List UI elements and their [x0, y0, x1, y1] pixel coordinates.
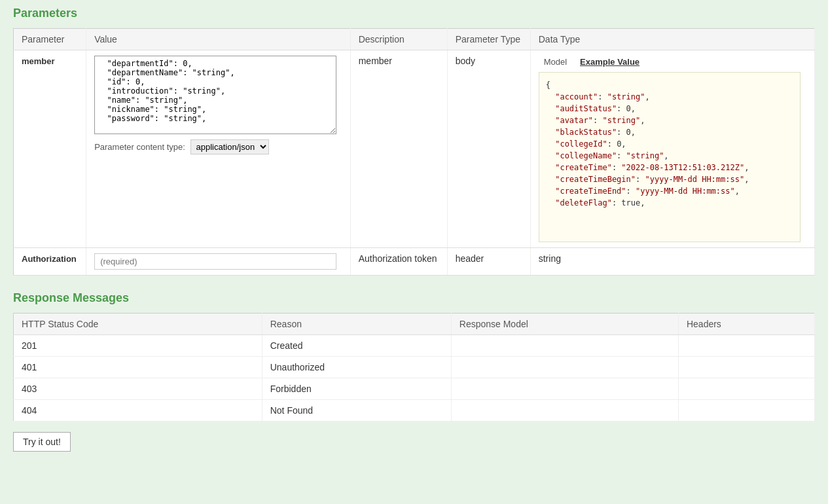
model-tabs: Model Example Value: [539, 56, 806, 68]
main-container: Parameters Parameter Value Description P…: [0, 0, 828, 504]
auth-description: Authorization token: [350, 248, 447, 276]
response-reason: Unauthorized: [262, 357, 451, 378]
col-header-param-type: Parameter Type: [447, 29, 530, 50]
member-description: member: [350, 50, 447, 248]
response-headers: [678, 400, 814, 422]
response-reason: Not Found: [262, 400, 451, 422]
auth-param-name: Authorization: [22, 254, 77, 264]
try-it-out-button[interactable]: Try it out!: [13, 432, 71, 452]
member-row: member Parameter content type: applicati…: [14, 50, 815, 248]
member-value-textarea[interactable]: [94, 56, 336, 134]
response-headers: [678, 357, 814, 378]
auth-row: Authorization Authorization token header…: [14, 248, 815, 276]
auth-data-type: string: [530, 248, 814, 276]
auth-param-type: header: [447, 248, 530, 276]
col-header-parameter: Parameter: [14, 29, 86, 50]
example-value-tab[interactable]: Example Value: [575, 56, 645, 68]
response-table: HTTP Status Code Reason Response Model H…: [13, 313, 815, 422]
member-param-type: body: [447, 50, 530, 248]
col-header-description: Description: [350, 29, 447, 50]
response-model: [451, 400, 678, 422]
response-col-model: Response Model: [451, 314, 678, 335]
response-code: 404: [14, 400, 262, 422]
content-type-select[interactable]: application/json: [190, 139, 269, 154]
member-param-name: member: [22, 56, 55, 66]
response-col-code: HTTP Status Code: [14, 314, 262, 335]
example-value-panel: { "account": "string", "auditStatus": 0,…: [539, 72, 801, 242]
response-table-row: 401 Unauthorized: [14, 357, 815, 378]
response-code: 403: [14, 378, 262, 400]
model-tab[interactable]: Model: [539, 56, 572, 68]
params-table: Parameter Value Description Parameter Ty…: [13, 28, 815, 276]
response-table-row: 403 Forbidden: [14, 378, 815, 400]
response-model: [451, 357, 678, 378]
response-section-title: Response Messages: [13, 291, 815, 305]
auth-input[interactable]: [94, 253, 336, 270]
example-json-content: { "account": "string", "auditStatus": 0,…: [546, 79, 793, 209]
col-header-data-type: Data Type: [530, 29, 814, 50]
response-code: 201: [14, 335, 262, 357]
response-col-headers: Headers: [678, 314, 814, 335]
response-table-row: 404 Not Found: [14, 400, 815, 422]
response-headers: [678, 378, 814, 400]
response-model: [451, 378, 678, 400]
response-reason: Created: [262, 335, 451, 357]
response-table-row: 201 Created: [14, 335, 815, 357]
member-example-cell: Model Example Value { "account": "string…: [530, 50, 814, 248]
response-model: [451, 335, 678, 357]
col-header-value: Value: [86, 29, 351, 50]
response-section: Response Messages HTTP Status Code Reaso…: [13, 291, 815, 422]
response-code: 401: [14, 357, 262, 378]
params-section-title: Parameters: [13, 7, 815, 20]
response-col-reason: Reason: [262, 314, 451, 335]
response-headers: [678, 335, 814, 357]
content-type-label: Parameter content type:: [94, 142, 185, 152]
response-reason: Forbidden: [262, 378, 451, 400]
